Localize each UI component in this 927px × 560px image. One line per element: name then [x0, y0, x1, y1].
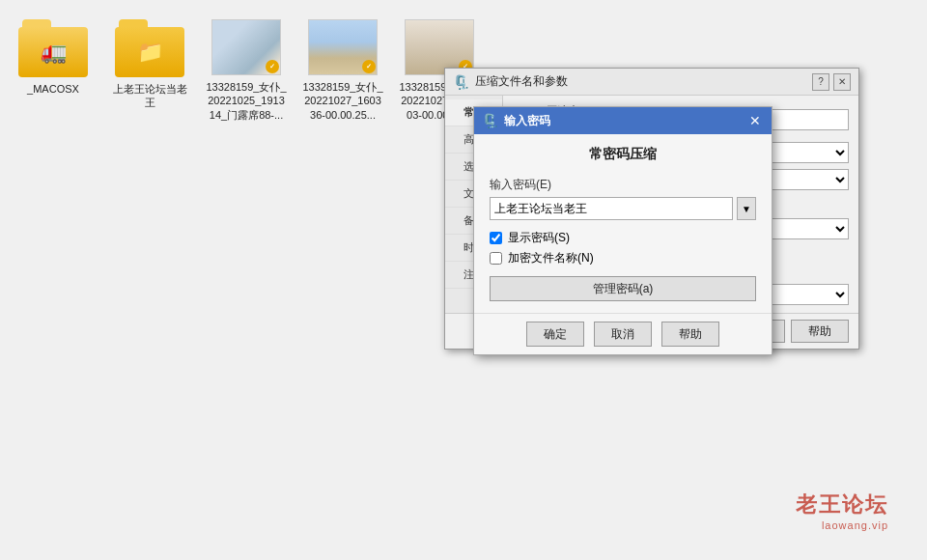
outer-dialog-title: 压缩文件名和参数 — [475, 73, 568, 90]
inner-dialog: 🗜️ 输入密码 ✕ 常密码压缩 输入密码(E) ▼ 显示密码(S) — [473, 106, 772, 355]
password-row: 输入密码(E) ▼ — [490, 177, 756, 220]
dialog-title-icon: 🗜️ — [453, 74, 469, 90]
thumb-badge-2: ✓ — [362, 60, 376, 73]
file-label-thumb1: 13328159_女仆_20221025_191314_门露席88-... — [204, 79, 289, 123]
checkbox-row: 显示密码(S) 加密文件名称(N) — [490, 230, 756, 266]
password-input[interactable] — [490, 197, 733, 220]
thumb-badge-1: ✓ — [266, 60, 279, 73]
outer-dialog-titlebar: 🗜️ 压缩文件名和参数 ? ✕ — [445, 69, 858, 96]
watermark: 老王论坛 laowang.vip — [796, 490, 888, 531]
inner-dialog-titlebar: 🗜️ 输入密码 ✕ — [474, 107, 772, 134]
show-password-label: 显示密码(S) — [508, 230, 570, 246]
file-label-thumb2: 13328159_女仆_20221027_160336-00.00.25... — [300, 79, 385, 123]
show-password-checkbox[interactable]: 显示密码(S) — [490, 230, 756, 246]
inner-section-title: 常密码压缩 — [490, 146, 756, 163]
file-item-thumb2[interactable]: ✓ 13328159_女仆_20221027_160336-00.00.25..… — [299, 19, 386, 123]
folder-icon-forum: 📁 — [115, 19, 184, 77]
thumb-icon-1: ✓ — [211, 19, 281, 75]
file-item-thumb1[interactable]: ✓ 13328159_女仆_20221025_191314_门露席88-... — [203, 19, 290, 123]
inner-cancel-btn[interactable]: 取消 — [594, 322, 652, 347]
encrypt-filenames-checkbox[interactable]: 加密文件名称(N) — [490, 250, 756, 266]
manage-password-btn[interactable]: 管理密码(a) — [490, 276, 756, 301]
outer-help-btn[interactable]: 帮助 — [791, 320, 849, 343]
inner-title-icon: 🗜️ — [482, 113, 498, 128]
watermark-sub: laowang.vip — [796, 519, 888, 531]
inner-help-btn[interactable]: 帮助 — [661, 322, 719, 347]
watermark-main: 老王论坛 — [796, 490, 888, 519]
inner-confirm-btn[interactable]: 确定 — [526, 322, 584, 347]
outer-dialog-controls: ? ✕ — [812, 73, 851, 91]
outer-dialog-help-btn[interactable]: ? — [812, 73, 829, 91]
inner-close-btn[interactable]: ✕ — [746, 112, 764, 129]
folder-icon-macosx: 🚛 — [18, 19, 88, 77]
inner-dialog-footer: 确定 取消 帮助 — [474, 313, 772, 354]
file-label-macosx: _MACOSX — [25, 81, 81, 97]
desktop: 🚛 _MACOSX 📁 上老王论坛当老王 ✓ 1332815 — [0, 0, 927, 560]
outer-dialog-close-btn[interactable]: ✕ — [833, 73, 851, 91]
file-item-macosx[interactable]: 🚛 _MACOSX — [10, 19, 97, 97]
password-label: 输入密码(E) — [490, 177, 756, 193]
file-item-forum[interactable]: 📁 上老王论坛当老王 — [106, 19, 193, 111]
inner-dialog-body: 常密码压缩 输入密码(E) ▼ 显示密码(S) 加密文件名称(N) 管理密码 — [474, 134, 772, 313]
thumb-icon-2: ✓ — [308, 19, 378, 75]
inner-dialog-title: 输入密码 — [504, 113, 550, 129]
file-label-forum: 上老王论坛当老王 — [107, 81, 192, 111]
password-dropdown-btn[interactable]: ▼ — [737, 197, 756, 220]
encrypt-filenames-label: 加密文件名称(N) — [508, 250, 594, 266]
